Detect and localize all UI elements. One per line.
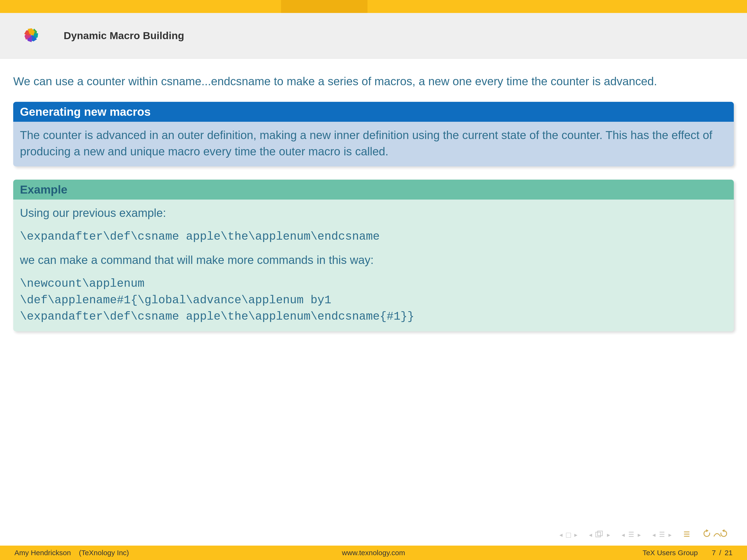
example-line: Using our previous example: [20, 205, 727, 221]
author-affiliation: (TeXnology Inc) [79, 549, 129, 557]
svg-marker-11 [706, 529, 709, 532]
progress-bar [0, 0, 747, 13]
nav-appendix[interactable] [683, 530, 690, 540]
venue-name: TeX Users Group [643, 549, 698, 557]
code-line: \expandafter\def\csname apple\the\applen… [20, 229, 727, 245]
intro-text: We can use a counter within csname...end… [13, 73, 734, 90]
chevron-right-icon: ▸ [607, 531, 610, 539]
page-total: 21 [725, 549, 732, 557]
code-line: \newcount\applenum [20, 275, 727, 292]
footer-url: www.texnology.com [342, 549, 405, 557]
progress-marker [281, 0, 367, 13]
page-current: 7 [712, 549, 716, 557]
chevron-left-icon: ◂ [589, 531, 592, 539]
block-example: Example Using our previous example: \exp… [13, 180, 734, 331]
author-name: Amy Hendrickson [15, 549, 71, 557]
logo-icon [13, 17, 49, 54]
block-generating-macros: Generating new macros The counter is adv… [13, 102, 734, 166]
page-number: 7 / 21 [712, 549, 732, 557]
block-title: Generating new macros [13, 102, 734, 122]
page-title: Dynamic Macro Building [63, 30, 184, 42]
chevron-left-icon: ◂ [622, 531, 625, 539]
footer-right: TeX Users Group 7 / 21 [643, 549, 732, 557]
lines-icon [628, 531, 634, 539]
footer-author: Amy Hendrickson (TeXnology Inc) [15, 549, 129, 557]
nav-first[interactable]: ◂ □ ▸ [560, 531, 577, 539]
nav-frames[interactable]: ◂ ▸ [589, 531, 610, 539]
chevron-left-icon: ◂ [560, 531, 563, 539]
frames-icon [595, 531, 603, 539]
block-body: The counter is advanced in an outer defi… [13, 122, 734, 166]
code-line: \expandafter\def\csname apple\the\applen… [20, 308, 727, 325]
example-line: we can make a command that will make mor… [20, 252, 727, 268]
square-icon: □ [566, 531, 571, 539]
svg-marker-12 [722, 529, 724, 532]
block-title: Example [13, 180, 734, 199]
nav-subsection[interactable]: ◂ ▸ [652, 531, 672, 539]
code-line: \def\applename#1{\global\advance\applenu… [20, 292, 727, 308]
svg-rect-0 [596, 532, 600, 537]
chevron-right-icon: ▸ [668, 531, 672, 539]
slide-content: We can use a counter within csname...end… [0, 59, 747, 331]
lines-icon [659, 531, 665, 539]
nav-back-forward[interactable] [702, 528, 728, 541]
chevron-left-icon: ◂ [652, 531, 655, 539]
nav-section[interactable]: ◂ ▸ [622, 531, 641, 539]
chevron-right-icon: ▸ [638, 531, 641, 539]
slide-footer: Amy Hendrickson (TeXnology Inc) www.texn… [0, 545, 747, 560]
slide-header: Dynamic Macro Building [0, 13, 747, 59]
chevron-right-icon: ▸ [574, 531, 577, 539]
block-body: Using our previous example: \expandafter… [13, 199, 734, 331]
page-sep: / [719, 549, 721, 557]
svg-rect-1 [598, 531, 602, 536]
beamer-nav: ◂ □ ▸ ◂ ▸ ◂ ▸ ◂ ▸ [560, 528, 728, 541]
